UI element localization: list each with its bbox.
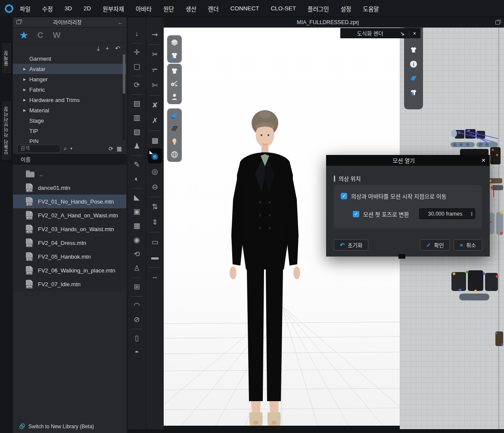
spin-down-icon[interactable]: ▾ (471, 214, 473, 216)
button-tool[interactable]: ◉ (148, 148, 162, 164)
fabric-strengthen-blue-icon[interactable] (169, 110, 180, 121)
tree-caret-icon[interactable]: ▶ (23, 77, 29, 81)
tool-button[interactable] (130, 186, 144, 190)
tool-button[interactable] (148, 195, 162, 199)
download-library-button[interactable]: ⤓ (97, 45, 100, 52)
fabric-check-tool[interactable]: ▩ (148, 133, 162, 148)
switch-new-library-link[interactable]: Switch to New Library (Beta) (28, 424, 94, 430)
vest-arrange-tool[interactable]: ▦ (130, 219, 144, 233)
file-row[interactable]: MTN .. (13, 167, 126, 181)
refresh-icon[interactable]: ⟳ (109, 145, 113, 152)
move-tool[interactable]: ✛ (130, 45, 144, 59)
tool-button[interactable] (130, 41, 144, 45)
tree-item[interactable]: Stage (13, 115, 126, 126)
tool-button[interactable] (130, 153, 144, 158)
tree-caret-icon[interactable]: ▶ (23, 108, 29, 112)
rotate-garment-tool[interactable]: ⟳ (130, 78, 144, 92)
tree-item[interactable]: PIN (13, 136, 126, 143)
search-input[interactable] (17, 145, 60, 153)
file-row[interactable]: MTN FV2_07_Idle.mtn (13, 277, 126, 291)
marquee-select-tool[interactable]: ▢ (130, 59, 144, 74)
tape-curve-tool[interactable]: ◠ (130, 298, 144, 312)
file-row[interactable]: MTN FV2_05_Hanbok.mtn (13, 250, 126, 263)
zipper-tool-1[interactable]: ⇅ (148, 199, 162, 214)
tool-button[interactable] (130, 92, 144, 96)
tool-button[interactable] (130, 74, 144, 78)
file-row[interactable]: MTN FV2_02_A_Hand_on_Waist.mtn (13, 208, 126, 222)
tree-item[interactable]: TIP (13, 126, 126, 136)
menu-item[interactable]: 생산 (186, 4, 196, 13)
tree-item[interactable]: ▶ Avatar (13, 64, 126, 74)
file-row[interactable]: MTN FV2_01_No_Hands_Pose.mtn (13, 195, 126, 208)
drape-tool[interactable]: ◉ (130, 233, 144, 247)
tool-button[interactable] (148, 128, 162, 133)
menu-item[interactable]: 설정 (341, 4, 352, 13)
tree-item[interactable]: ▶ Fabric (13, 84, 126, 95)
add-library-button[interactable]: + (106, 45, 109, 52)
tree-scrollbar[interactable] (123, 54, 125, 140)
pin-tool[interactable]: ✎ (130, 158, 144, 172)
tool-button[interactable] (130, 327, 144, 331)
menu-item[interactable]: CLO-SET (271, 5, 296, 12)
dialog-resize-notch[interactable] (398, 254, 405, 259)
file-row[interactable]: MTN FV2_03_Hands_on_Waist.mtn (13, 222, 126, 236)
show-pattern-icon[interactable] (408, 44, 419, 56)
tool-button[interactable] (148, 265, 162, 269)
clo-brand-tab[interactable]: C (37, 31, 44, 40)
cancel-button[interactable]: × 취소 (454, 239, 482, 251)
tool-button[interactable] (130, 275, 144, 280)
close-render-icon[interactable]: × (413, 30, 416, 37)
fabric-roll-tool[interactable]: ▬ (148, 250, 162, 265)
menu-item[interactable]: 원단 (163, 4, 174, 13)
download-pose-tool[interactable]: ↓ (130, 27, 144, 41)
fit-to-avatar-tool[interactable]: ♟ (130, 139, 144, 153)
buttonhole-tool[interactable]: ◎ (148, 164, 162, 179)
walk-motion-tool[interactable]: ⇝ (148, 27, 162, 42)
shirt-cut-tool-2[interactable]: ✃ (148, 62, 162, 77)
shirt-remove-tool-2[interactable]: ✗ (148, 113, 162, 128)
tool-button[interactable] (148, 42, 162, 46)
fold-arrangement-tool[interactable]: ◣ (130, 190, 144, 204)
button-lock-tool[interactable]: ⊖ (148, 179, 162, 195)
move-to-start-checkbox[interactable]: ✓ (341, 193, 347, 199)
tree-item[interactable]: Garment (13, 53, 126, 64)
trouser-width-tool[interactable]: ⇔ (148, 269, 162, 285)
shirt-cut-tool-3[interactable]: ✄ (148, 77, 162, 93)
ok-button[interactable]: ✓ 확인 (420, 239, 450, 251)
show-ground-globe-icon[interactable] (169, 149, 180, 160)
tool-button[interactable] (148, 230, 162, 234)
restore-down-icon[interactable]: ↘ (400, 30, 405, 37)
menu-item[interactable]: 파일 (20, 4, 31, 13)
shirt-tape-tool[interactable]: ▯ (130, 331, 144, 345)
fabric-pin-tool[interactable]: ◐ (130, 172, 144, 186)
dialog-titlebar[interactable]: 모션 열기 × (326, 155, 490, 166)
free-sewing-tool[interactable]: ▧ (130, 125, 144, 139)
ruler-tool[interactable]: ⊘ (130, 312, 144, 327)
file-row[interactable]: MTN dance01.mtn (13, 181, 126, 195)
rotate-drape-tool[interactable]: ⟲ (130, 247, 144, 261)
garment-fit-check-icon[interactable] (169, 50, 180, 61)
avatar-dress-tool[interactable]: ♙ (130, 261, 144, 275)
file-row[interactable]: MTN FV2_06_Walking_in_place.mtn (13, 263, 126, 277)
menu-item[interactable]: 수정 (42, 4, 53, 13)
sewing-machine-tool[interactable]: ▤ (130, 96, 144, 111)
tree-caret-icon[interactable]: ▶ (23, 67, 29, 71)
menu-item[interactable]: 원부자재 (103, 4, 124, 13)
fabric-skin-offset-icon[interactable] (169, 123, 180, 134)
reset-button[interactable]: ↶ 초기화 (334, 239, 368, 251)
menu-item[interactable]: 아바타 (136, 4, 152, 13)
shirt-cut-tool-1[interactable]: ✂ (148, 46, 162, 62)
menu-item[interactable]: CONNECT (230, 5, 259, 12)
tree-item[interactable]: ▶ Hanger (13, 74, 126, 84)
view-cube-icon[interactable] (169, 37, 180, 48)
fabric-roll-pin-tool[interactable]: ▭ (148, 234, 162, 250)
tree-scrollbar-thumb[interactable] (123, 54, 125, 94)
tool-button[interactable] (148, 93, 162, 97)
menu-item[interactable]: 플러그인 (308, 4, 329, 13)
w-brand-tab[interactable]: W (53, 31, 61, 40)
tree-caret-icon[interactable]: ▶ (23, 98, 29, 102)
grid-view-icon[interactable]: ▦ (117, 145, 122, 152)
library-footer[interactable]: Switch to New Library (Beta) (13, 423, 126, 430)
show-avatar-icon[interactable] (169, 91, 180, 102)
segment-sewing-tool[interactable]: ▥ (130, 111, 144, 125)
